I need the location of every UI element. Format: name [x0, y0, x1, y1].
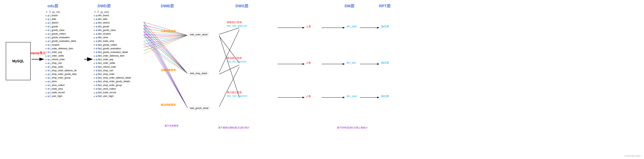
expand-arrow: ▶ [46, 80, 47, 83]
expand-arrow: ▶ [94, 14, 95, 17]
rpt-user: 抽结果 [381, 95, 389, 98]
item-label: dim_store [98, 36, 108, 39]
expand-arrow: ▶ [46, 36, 47, 39]
item-label: t_goods_evaluation [50, 36, 70, 39]
expand-arrow: ▶ [46, 18, 47, 21]
svg-line-12 [144, 35, 188, 38]
table-icon: ▦ [96, 84, 98, 87]
table-icon: ▦ [96, 54, 98, 57]
dm-layer-header: DM层 [344, 3, 354, 8]
svg-line-32 [219, 30, 239, 72]
table-icon: ▦ [48, 76, 49, 79]
table-icon: ▦ [48, 25, 49, 28]
table-icon: ▦ [96, 91, 98, 94]
expand-arrow: ▶ [94, 40, 95, 43]
item-label: t_trade_record [50, 91, 65, 94]
item-label: t_district [50, 21, 58, 25]
item-label: fact_refund_order [98, 65, 116, 69]
dwd-item: ▶▦dim_date [94, 17, 131, 21]
ods-root: ▼ 🗄 yp_ods [46, 10, 76, 13]
table-icon: ▦ [96, 29, 98, 32]
table-icon: ▦ [48, 54, 49, 57]
expand-arrow: ▶ [46, 76, 47, 79]
table-icon: ▦ [96, 95, 98, 98]
ods-item: ▶▦t_order_delievery_item [46, 47, 76, 50]
table-icon: ▦ [96, 62, 98, 65]
ods-item: ▶▦t_store_collect [46, 84, 76, 87]
ods-item: ▶▦t_user_login [46, 94, 76, 98]
item-label: t_brand [50, 14, 58, 17]
dws-sale-label-cn: 销售统计宽表 [227, 21, 242, 24]
ods-item: ▶▦t_store [46, 80, 76, 83]
dwd-item: ▶▦dim_goods_class [94, 28, 131, 32]
ods-item: ▶▦t_order_settle [46, 54, 76, 58]
dwd-item: ▶▦fact_refund_order [94, 65, 131, 69]
table-icon: ▦ [96, 80, 98, 83]
item-label: t_goods_collect [50, 32, 66, 36]
expand-arrow: ▶ [94, 54, 95, 57]
item-label: t_shop_order_address_de [50, 69, 76, 72]
expand-arrow: ▶ [94, 29, 95, 32]
ods-expand-icon: ▼ [46, 10, 48, 13]
dwd-root: ▼ 🗄 yp_dwd [94, 10, 131, 13]
item-label: t_shop_order_goods_deta [50, 72, 76, 76]
table-icon: ▦ [48, 21, 49, 24]
table-icon: ▦ [48, 14, 49, 17]
expand-arrow: ▶ [94, 91, 95, 94]
ods-layer-header: ods层 [48, 3, 58, 8]
table-icon: ▦ [48, 29, 49, 32]
dwd-item: ▶▦fact_order_settle [94, 61, 131, 65]
dwd-item: ▶▦fact_shop_order_group [94, 84, 131, 87]
table-icon: ▦ [96, 43, 98, 46]
table-icon: ▦ [48, 36, 49, 39]
expand-arrow: ▶ [46, 54, 47, 57]
item-label: t_order_settle [50, 54, 64, 58]
item-label: fact_goods_evaluation [98, 47, 121, 50]
basis-business-note: 基于业务降维 [165, 124, 178, 128]
expand-arrow: ▶ [46, 73, 47, 76]
ods-item: ▶▦t_goods_evaluation [46, 36, 76, 39]
item-label: t_goods [50, 25, 58, 28]
svg-line-7 [144, 22, 188, 35]
basis-day-note: 基于最细日期粒度(天)进行统计 [218, 126, 250, 129]
table-icon: ▦ [48, 84, 49, 87]
dwb-goods-detail-box: dwb_goods_detail [188, 106, 210, 110]
ods-tree: ▼ 🗄 yp_ods ▶▦t_brand▶▦t_date▶▦t_district… [46, 10, 76, 98]
expand-arrow: ▶ [94, 80, 95, 83]
svg-line-20 [144, 28, 188, 74]
ods-item: ▶▦t_shop_cart [46, 61, 76, 65]
dm-user: dm_user [346, 95, 357, 98]
expand-arrow: ▶ [46, 25, 47, 28]
rollup-user: 上卷 [306, 95, 311, 98]
expand-arrow: ▶ [94, 58, 95, 61]
expand-arrow: ▶ [94, 62, 95, 65]
item-label: fact_store_collect [98, 87, 116, 91]
table-icon: ▦ [96, 47, 98, 50]
dws-user-label-en: dws_user_daycount [227, 95, 247, 97]
expand-arrow: ▶ [46, 84, 47, 87]
item-label: t_store_collect [50, 84, 64, 87]
expand-arrow: ▶ [46, 14, 47, 17]
table-icon: ▦ [96, 25, 98, 28]
dwd-tree: ▼ 🗄 yp_dwd ▶▦dim_brand▶▦dim_date▶▦dim_di… [94, 10, 131, 98]
table-icon: ▦ [96, 51, 98, 54]
item-label: fact_goods_evaluation_detail [98, 50, 128, 54]
svg-line-15 [144, 35, 188, 47]
dwd-item: ▶▦fact_user_login [94, 94, 131, 98]
table-icon: ▦ [48, 32, 49, 35]
dwd-item: ▶▦fact_goods_evaluation [94, 47, 131, 50]
table-icon: ▦ [96, 18, 98, 21]
svg-line-11 [144, 35, 188, 35]
item-label: t_trade_area [50, 87, 63, 91]
item-label: fact_shop_cart [98, 69, 113, 72]
expand-arrow: ▶ [46, 65, 47, 68]
dwd-expand-icon: ▼ [94, 10, 96, 13]
item-label: t_date [50, 17, 56, 21]
dwb-goods-detail-label-cn: 商品明细宽表 [161, 103, 176, 107]
svg-line-16 [144, 35, 188, 51]
table-icon: ▦ [48, 51, 49, 54]
dwd-item: ▶▦dim_brand [94, 14, 131, 17]
sqoop-label: sqoop导入 [30, 51, 46, 55]
rollup-sale: 上卷 [306, 25, 311, 28]
dws-layer-header: DWS层 [236, 3, 248, 8]
